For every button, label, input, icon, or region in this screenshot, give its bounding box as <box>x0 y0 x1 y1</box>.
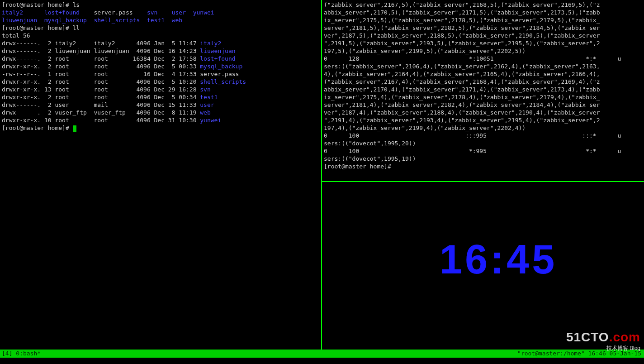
watermark-brand: 51CTO.com <box>566 330 640 345</box>
output-line: ix_server",2175,5),("zabbix_server",2178… <box>324 16 642 24</box>
output-line: 4),("zabbix_server",2164,4),("zabbix_ser… <box>324 70 642 78</box>
ll-row: drwx------. 2 vuser_ftp vuser_ftp 4096 D… <box>2 109 319 116</box>
bottom-right-clock-pane[interactable]: 16:45 <box>321 181 644 350</box>
watermark: 51CTO.com 技术博客 Blog <box>566 330 640 352</box>
output-line: abbix_server",2170,4),("zabbix_server",2… <box>324 86 642 93</box>
output-line: sers:(("dovecot",1995,20)) <box>324 139 642 147</box>
ll-row: drwxr-xr-x. 2 root root 4096 Dec 5 00:34… <box>2 93 319 101</box>
output-line: sers:(("zabbix_server",2106,4),("zabbix_… <box>324 62 642 70</box>
ll-row: drwx------. 2 root root 16384 Dec 2 17:5… <box>2 55 319 62</box>
left-terminal-pane[interactable]: [root@master home]# lsitaly2 lost+found … <box>0 0 321 350</box>
ll-row: -rw-r--r--. 1 root root 16 Dec 4 17:33 s… <box>2 70 319 78</box>
output-line: ",2191,5),("zabbix_server",2193,5),("zab… <box>324 39 642 47</box>
cursor <box>73 125 76 132</box>
output-line: ("zabbix_server",2167,4),("zabbix_server… <box>324 78 642 86</box>
output-line: 0 128 *:10051 *:* u <box>324 55 642 62</box>
output-line: ",2191,4),("zabbix_server",2193,4),("zab… <box>324 116 642 124</box>
output-line: sers:(("dovecot",1995,19)) <box>324 155 642 163</box>
output-line: ver",2187,5),("zabbix_server",2188,5),("… <box>324 32 642 39</box>
output-line: ver",2187,4),("zabbix_server",2188,4),("… <box>324 109 642 116</box>
output-line: [root@master home]# <box>324 163 642 170</box>
output-line: server",2181,5),("zabbix_server",2182,5)… <box>324 24 642 32</box>
ll-row: drwx------. 2 user mail 4096 Dec 15 11:3… <box>2 101 319 109</box>
output-line: 0 100 *:995 *:* u <box>324 147 642 155</box>
output-line: 0 100 :::995 :::* u <box>324 132 642 139</box>
ll-row: drwxr-xr-x. 2 root root 4096 Dec 5 00:33… <box>2 62 319 70</box>
watermark-tagline: 技术博客 Blog <box>566 345 640 352</box>
clock-display: 16:45 <box>440 236 557 283</box>
output-line: server",2181,4),("zabbix_server",2182,4)… <box>324 101 642 109</box>
ll-row: drwxr-xr-x. 2 root root 4096 Dec 5 10:20… <box>2 78 319 86</box>
ll-row: drwxr-xr-x. 13 root root 4096 Dec 29 16:… <box>2 86 319 93</box>
output-line: 197,4),("zabbix_server",2199,4),("zabbix… <box>324 124 642 132</box>
output-line: ("zabbix_server",2167,5),("zabbix_server… <box>324 1 642 9</box>
tmux-screen: [root@master home]# lsitaly2 lost+found … <box>0 0 644 364</box>
ll-row: drwx------. 2 italy2 italy2 4096 Jan 5 1… <box>2 39 319 47</box>
output-line: 197,5),("zabbix_server",2199,5),("zabbix… <box>324 47 642 55</box>
status-left: [4] 0:bash* <box>2 350 41 357</box>
ll-row: drwxr-xr-x. 10 root root 4096 Dec 31 10:… <box>2 116 319 124</box>
tmux-status-bar: [4] 0:bash* "root@master:/home" 16:46 05… <box>0 350 644 358</box>
top-right-terminal-pane[interactable]: ("zabbix_server",2167,5),("zabbix_server… <box>321 0 644 181</box>
output-line: abbix_server",2170,5),("zabbix_server",2… <box>324 9 642 16</box>
output-line: ix_server",2175,4),("zabbix_server",2178… <box>324 93 642 101</box>
ll-row: drwx------. 2 liuwenjuan liuwenjuan 4096… <box>2 47 319 55</box>
